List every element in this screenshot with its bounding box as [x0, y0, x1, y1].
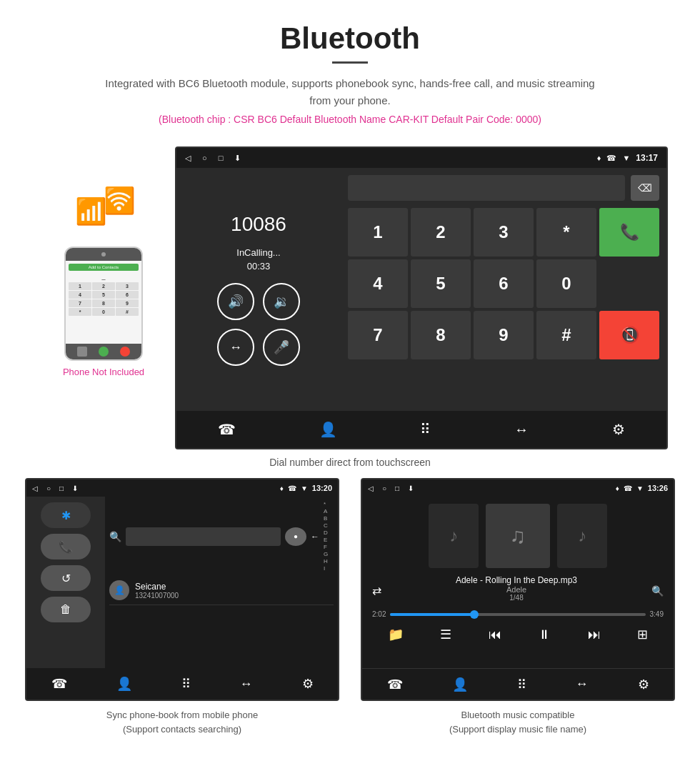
dial-input-box[interactable] — [348, 175, 625, 201]
pb-refresh-icon[interactable]: ↺ — [41, 565, 91, 591]
pb-search-bar[interactable] — [126, 527, 281, 546]
android-dial-screen: ◁ ○ □ ⬇ ♦ ☎ ▼ 13:17 10086 InCalling... 0… — [175, 146, 668, 449]
bt-icon: ✱ — [61, 509, 71, 522]
alpha-h: H — [324, 558, 334, 564]
alpha-star: * — [324, 501, 334, 507]
phone-screen: Add to Contacts _ 1 2 3 4 5 6 7 8 9 * 0 … — [66, 261, 141, 344]
pb-nav-settings[interactable]: ⚙ — [302, 676, 314, 692]
folder-icon[interactable]: 📁 — [388, 627, 404, 642]
key-7[interactable]: 7 — [348, 311, 408, 359]
music-bottom-controls: 📁 ☰ ⏮ ⏸ ⏭ ⊞ — [369, 624, 666, 645]
person-icon: 👤 — [114, 585, 125, 595]
phone-bottom-bar — [66, 344, 141, 359]
dial-right-panel: ⌫ 1 2 3 * 📞 4 5 6 0 — [341, 168, 666, 411]
pb-dot-btn[interactable]: ● — [285, 527, 306, 546]
phone-call-btn — [99, 347, 109, 357]
eq-icon[interactable]: ⊞ — [637, 627, 648, 642]
settings-icon[interactable]: ⚙ — [612, 421, 625, 438]
status-bar-pb: ◁ ○ □ ⬇ ♦ ☎ ▼ 13:20 — [26, 479, 338, 497]
pb-nav-transfer[interactable]: ↔ — [240, 677, 253, 692]
nav-icons-dial: ◁ ○ □ ⬇ — [185, 154, 241, 163]
playlist-icon[interactable]: ☰ — [440, 627, 451, 642]
phone-end-btn — [120, 347, 130, 357]
keypad-icon[interactable]: ⠿ — [420, 421, 431, 438]
page-header: Bluetooth Integrated with BC6 Bluetooth … — [0, 0, 700, 139]
phonebook-caption: Sync phone-book from mobile phone (Suppo… — [106, 701, 258, 747]
phone-key-2: 2 — [92, 282, 115, 290]
key-1[interactable]: 1 — [348, 208, 408, 257]
key-4[interactable]: 4 — [348, 259, 408, 308]
key-0[interactable]: 0 — [536, 259, 596, 308]
volume-up-btn[interactable]: 🔊 — [217, 283, 254, 320]
key-5[interactable]: 5 — [411, 259, 471, 308]
call-btn[interactable]: 📞 — [599, 208, 659, 257]
backspace-btn[interactable]: ⌫ — [631, 175, 659, 201]
play-pause-icon[interactable]: ⏸ — [538, 627, 551, 642]
dialpad-icon[interactable]: ↔ — [514, 422, 529, 438]
phone-signal-icon: ☎ — [606, 154, 616, 163]
music-nav-settings[interactable]: ⚙ — [638, 677, 649, 692]
signal-music: ▼ — [636, 484, 644, 492]
prev-icon[interactable]: ⏮ — [489, 627, 501, 642]
alpha-g: G — [324, 551, 334, 557]
mute-icon: 🎤 — [274, 339, 289, 355]
phone-key-hash: # — [116, 308, 139, 316]
home-icon-dial: ○ — [202, 154, 207, 163]
music-album-area: ♪ ♫ ♪ — [369, 504, 666, 568]
key-9[interactable]: 9 — [474, 311, 534, 359]
refresh-icon: ↺ — [61, 572, 71, 585]
back-icon-dial: ◁ — [185, 154, 191, 163]
pb-nav-contacts[interactable]: 👤 — [116, 676, 132, 692]
pb-nav-call[interactable]: ☎ — [51, 676, 67, 692]
time-pb: 13:20 — [312, 484, 332, 492]
phonebook-content: ✱ 📞 ↺ 🗑 🔍 — [26, 497, 338, 668]
status-right-dial: ♦ ☎ ▼ 13:17 — [597, 153, 658, 163]
recents-icon-dial: □ — [219, 154, 224, 163]
bluetooth-specs: (Bluetooth chip : CSR BC6 Default Blueto… — [14, 114, 686, 125]
home-music: ○ — [382, 484, 386, 492]
phone-key-9: 9 — [116, 299, 139, 307]
key-2[interactable]: 2 — [411, 208, 471, 257]
signal-pb: ▼ — [301, 484, 308, 492]
contact-info: Seicane 13241007000 — [135, 582, 179, 600]
music-nav-keypad[interactable]: ⠿ — [517, 677, 526, 692]
phone-screen-top: Add to Contacts — [69, 264, 139, 271]
call-transfer-icon[interactable]: ☎ — [218, 421, 236, 438]
music-nav-call[interactable]: ☎ — [387, 677, 403, 692]
download-pb: ⬇ — [72, 484, 78, 492]
pb-nav-keypad[interactable]: ⠿ — [181, 676, 191, 692]
key-hash[interactable]: # — [536, 311, 596, 359]
contact-name: Seicane — [135, 582, 179, 592]
alpha-d: D — [324, 529, 334, 536]
page-description: Integrated with BC6 Bluetooth module, su… — [100, 75, 600, 109]
contacts-icon[interactable]: 👤 — [319, 421, 337, 438]
music-progress-bar[interactable] — [390, 613, 645, 616]
next-icon[interactable]: ⏭ — [588, 627, 601, 642]
dial-input-row: ⌫ — [348, 175, 659, 201]
pb-delete-icon[interactable]: 🗑 — [41, 597, 91, 622]
key-6[interactable]: 6 — [474, 259, 534, 308]
pb-phone-icon[interactable]: 📞 — [41, 534, 91, 559]
transfer-btn[interactable]: ↔ — [217, 329, 254, 366]
key-3[interactable]: 3 — [474, 208, 534, 257]
pb-back-arrow[interactable]: ← — [311, 532, 319, 542]
music-note-icon-center: ♫ — [510, 524, 526, 548]
volume-down-btn[interactable]: 🔉 — [263, 283, 300, 320]
music-nav-transfer[interactable]: ↔ — [576, 677, 589, 692]
key-star[interactable]: * — [536, 208, 596, 257]
download-music: ⬇ — [408, 484, 414, 492]
phone-speaker — [101, 252, 106, 257]
search-icon-pb: 🔍 — [109, 531, 121, 542]
search-icon-music[interactable]: 🔍 — [651, 585, 664, 597]
pb-bt-icon[interactable]: ✱ — [41, 502, 91, 528]
pb-alphabet: * A B C D E F G H I — [324, 501, 334, 572]
end-call-btn[interactable]: 📵 — [599, 311, 659, 359]
music-nav-contacts[interactable]: 👤 — [452, 677, 468, 692]
music-artist: Adele — [456, 585, 577, 594]
key-8[interactable]: 8 — [411, 311, 471, 359]
shuffle-icon[interactable]: ⇄ — [372, 584, 381, 597]
phonebook-block: ◁ ○ □ ⬇ ♦ ☎ ▼ 13:20 ✱ — [21, 478, 343, 747]
time-current: 2:02 — [372, 610, 386, 618]
mute-btn[interactable]: 🎤 — [263, 329, 300, 366]
phone-dial-grid: 1 2 3 4 5 6 7 8 9 * 0 # — [69, 282, 139, 316]
